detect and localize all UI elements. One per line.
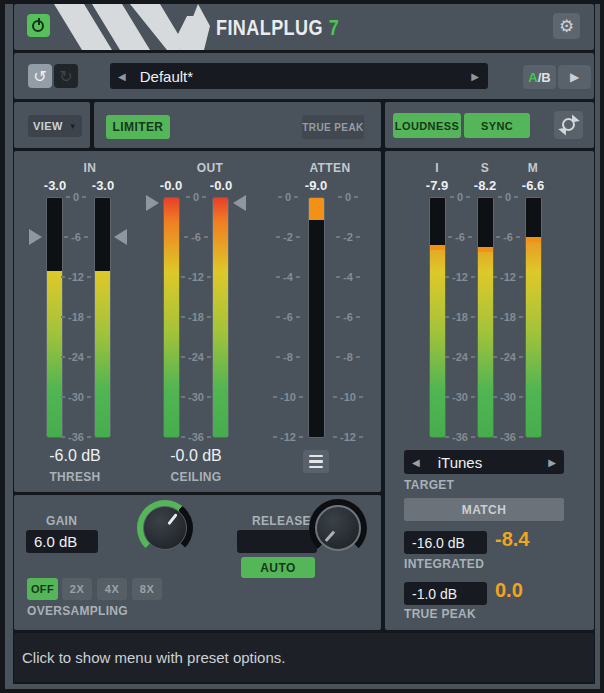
view-box: VIEW ▼: [14, 102, 90, 148]
thresh-marker-right[interactable]: [114, 229, 127, 245]
target-next-icon[interactable]: ▶: [548, 457, 556, 468]
true-peak-toggle[interactable]: TRUE PEAK: [302, 115, 364, 139]
in-meter-header: IN: [50, 161, 130, 175]
target-value: iTunes: [438, 454, 482, 471]
true-peak-label: TRUE PEAK: [302, 122, 363, 133]
ceiling-value[interactable]: -0.0 dB: [136, 447, 256, 465]
chevron-down-icon: ▼: [69, 122, 77, 131]
play-icon: ▶: [570, 70, 579, 84]
match-button[interactable]: MATCH: [404, 498, 564, 521]
oversampling-off-button[interactable]: OFF: [27, 578, 58, 600]
integrated-input[interactable]: -16.0 dB: [404, 531, 487, 554]
true-peak-readout: 0.0: [495, 579, 523, 602]
ism-scale-right: 0-6 -12-18 -24-30 -36: [492, 189, 524, 445]
preset-prev-icon[interactable]: ◀: [118, 71, 126, 82]
atten-meter: [308, 197, 325, 438]
preset-selector[interactable]: ◀ Default* ▶: [110, 63, 488, 89]
atten-scale-left: 0-2 -4-6 -8-10 -12: [272, 189, 304, 445]
redo-button[interactable]: ↻: [54, 64, 78, 88]
m-meter-header: M: [503, 161, 563, 175]
meters-panel: IN OUT ATTEN -3.0 -3.0 -0.0 -0.0 -9.0 0-…: [14, 151, 381, 492]
limiter-toggle[interactable]: LIMITER: [106, 115, 170, 139]
frame-right: [595, 4, 600, 689]
loudness-reset-button[interactable]: [554, 111, 583, 139]
target-prev-icon[interactable]: ◀: [412, 457, 420, 468]
true-peak-value: -1.0 dB: [412, 586, 457, 602]
sync-toggle[interactable]: SYNC: [464, 113, 530, 138]
momentary-meter: [525, 197, 542, 438]
oversampling-off-label: OFF: [31, 583, 54, 595]
top-bar: FINALPLUG 7 ⚙: [14, 4, 594, 50]
frame-left: [5, 4, 13, 689]
title-version: 7: [329, 15, 339, 41]
true-peak-label: TRUE PEAK: [404, 607, 476, 621]
oversampling-2x-button[interactable]: 2X: [62, 578, 92, 600]
oversampling-4x-button[interactable]: 4X: [97, 578, 127, 600]
out-meter-right: [212, 197, 229, 438]
ism-scale-left: 0-6 -12-18 -24-30 -36: [444, 189, 476, 445]
limiter-box: LIMITER TRUE PEAK: [94, 102, 381, 148]
preset-next-icon[interactable]: ▶: [471, 71, 479, 82]
ceiling-marker-right[interactable]: [233, 195, 246, 211]
gain-knob[interactable]: [137, 500, 193, 556]
loudness-label: LOUDNESS: [395, 120, 459, 132]
release-input[interactable]: [237, 530, 317, 553]
status-bar[interactable]: Click to show menu with preset options.: [14, 633, 594, 682]
true-peak-input[interactable]: -1.0 dB: [404, 582, 487, 605]
ceiling-marker-left[interactable]: [146, 195, 159, 211]
power-icon: [31, 18, 46, 33]
wave-arts-logo: [54, 4, 212, 50]
out-meter-scale: 0-6 -12-18 -24-30 -36: [180, 189, 212, 445]
gear-icon: ⚙: [559, 16, 574, 37]
plugin-title: FINALPLUG 7: [216, 15, 339, 41]
integrated-readout: -8.4: [495, 528, 529, 551]
oversampling-4x-label: 4X: [105, 583, 119, 595]
plugin-window: FINALPLUG 7 ⚙ ↺ ↻ ◀ Default* ▶ A/B ▶ VIE…: [0, 0, 604, 693]
preset-play-button[interactable]: ▶: [558, 65, 591, 89]
oversampling-label: OVERSAMPLING: [27, 604, 128, 618]
in-meter-scale: 0-6 -12-18 -24-30 -36: [60, 189, 92, 445]
release-label: RELEASE: [252, 514, 311, 528]
preset-name: Default*: [140, 68, 193, 85]
out-meter-header: OUT: [170, 161, 250, 175]
power-button[interactable]: [27, 14, 50, 37]
oversampling-8x-label: 8X: [140, 583, 154, 595]
status-text: Click to show menu with preset options.: [22, 649, 285, 666]
gain-value: 6.0 dB: [34, 533, 77, 550]
thresh-label: THRESH: [15, 470, 135, 484]
ceiling-label: CEILING: [136, 470, 256, 484]
atten-meter-header: ATTEN: [290, 161, 370, 175]
loudness-toggle[interactable]: LOUDNESS: [393, 113, 461, 138]
in-meter-right: [94, 197, 111, 438]
gain-input[interactable]: 6.0 dB: [26, 530, 98, 553]
oversampling-8x-button[interactable]: 8X: [132, 578, 162, 600]
dynamics-panel: GAIN 6.0 dB RELEASE AUTO OFF 2X: [14, 495, 381, 630]
menu-icon: [309, 455, 323, 469]
undo-icon: ↺: [33, 67, 46, 86]
integrated-value: -16.0 dB: [412, 535, 465, 551]
release-auto-toggle[interactable]: AUTO: [241, 557, 315, 578]
thresh-marker-left[interactable]: [29, 229, 42, 245]
oversampling-2x-label: 2X: [70, 583, 84, 595]
target-selector[interactable]: ◀ iTunes ▶: [404, 450, 564, 474]
undo-button[interactable]: ↺: [28, 64, 52, 88]
redo-icon: ↻: [59, 67, 72, 86]
ab-label-a: A: [528, 70, 537, 85]
view-dropdown[interactable]: VIEW ▼: [28, 115, 82, 137]
view-label: VIEW: [33, 120, 63, 132]
thresh-value[interactable]: -6.0 dB: [15, 447, 135, 465]
atten-menu-button[interactable]: [303, 450, 329, 473]
limiter-label: LIMITER: [113, 120, 164, 134]
atten-scale-right: 0-2 -4-6 -8-10 -12: [332, 189, 364, 445]
sync-refresh-icon: [561, 117, 577, 133]
out-meter-left: [163, 197, 180, 438]
loudness-box: LOUDNESS SYNC: [385, 102, 594, 148]
target-label: TARGET: [404, 478, 454, 492]
loudness-panel: I S M -7.9 -8.2 -6.6 0-6 -12-18 -24-30 -…: [385, 151, 594, 630]
match-label: MATCH: [462, 503, 506, 517]
settings-button[interactable]: ⚙: [553, 13, 580, 39]
frame-bottom: [5, 684, 599, 689]
integrated-label: INTEGRATED: [404, 557, 484, 571]
release-knob[interactable]: [309, 499, 367, 557]
ab-compare-button[interactable]: A/B: [523, 65, 556, 89]
